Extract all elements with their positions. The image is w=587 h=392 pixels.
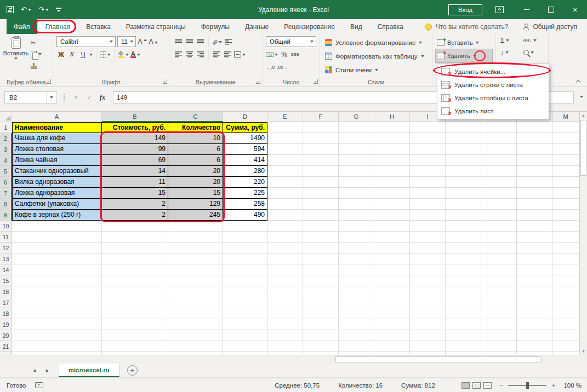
row-header-21[interactable]: 21 <box>0 341 12 352</box>
column-header-D[interactable]: D <box>223 112 267 122</box>
cell-F17[interactable] <box>303 297 339 308</box>
cell-C7[interactable]: 15 <box>168 188 223 199</box>
cell-F15[interactable] <box>303 275 339 286</box>
font-size-combo[interactable]: 11 <box>117 36 136 47</box>
cell-I4[interactable] <box>410 155 446 166</box>
cell-L1[interactable] <box>517 122 552 133</box>
cell-M9[interactable] <box>552 210 579 221</box>
minimize-button[interactable] <box>515 0 539 19</box>
cell-G6[interactable] <box>339 177 374 188</box>
thousands-separator-button[interactable]: 000 <box>290 49 300 60</box>
prev-sheet-icon[interactable]: ◄ <box>32 368 37 373</box>
cell-L10[interactable] <box>517 221 552 232</box>
cell-C21[interactable] <box>168 341 223 352</box>
cell-E16[interactable] <box>267 286 303 297</box>
cell-B4[interactable]: 69 <box>102 155 168 166</box>
cell-K19[interactable] <box>481 319 517 330</box>
zoom-slider[interactable] <box>508 385 546 386</box>
cell-F22[interactable] <box>303 352 339 355</box>
cell-D7[interactable]: 225 <box>223 188 267 199</box>
cell-H19[interactable] <box>374 319 410 330</box>
cell-A17[interactable] <box>12 297 102 308</box>
cell-H16[interactable] <box>374 286 410 297</box>
cell-H10[interactable] <box>374 221 410 232</box>
cell-C6[interactable]: 20 <box>168 177 223 188</box>
cell-F3[interactable] <box>303 144 339 155</box>
cell-K22[interactable] <box>481 352 517 355</box>
find-select-button[interactable] <box>523 49 546 56</box>
cell-J8[interactable] <box>446 199 481 210</box>
cell-E18[interactable] <box>267 308 303 319</box>
cell-C22[interactable] <box>168 352 223 355</box>
cell-A4[interactable]: Ложка чайная <box>12 155 102 166</box>
cell-B14[interactable] <box>102 264 168 275</box>
cell-J14[interactable] <box>446 264 481 275</box>
cell-H3[interactable] <box>374 144 410 155</box>
cell-D14[interactable] <box>223 264 267 275</box>
font-color-button[interactable]: А <box>130 49 140 60</box>
cell-C18[interactable] <box>168 308 223 319</box>
row-header-4[interactable]: 4 <box>0 155 12 166</box>
cell-A2[interactable]: Чашка для кофе <box>12 133 102 144</box>
cell-H12[interactable] <box>374 243 410 253</box>
collapse-ribbon-icon[interactable] <box>576 79 580 83</box>
zoom-in-button[interactable]: + <box>551 381 556 389</box>
cell-A11[interactable] <box>12 232 102 243</box>
cell-C3[interactable]: 6 <box>168 144 223 155</box>
cell-K7[interactable] <box>481 188 517 199</box>
cell-C2[interactable]: 10 <box>168 133 223 144</box>
cell-L5[interactable] <box>517 166 552 177</box>
vertical-scrollbar[interactable]: ▲ ▼ <box>579 112 587 355</box>
cell-G9[interactable] <box>339 210 374 221</box>
cell-B17[interactable] <box>102 297 168 308</box>
cell-K1[interactable] <box>481 122 517 133</box>
cell-K14[interactable] <box>481 264 517 275</box>
align-right-button[interactable] <box>196 49 205 60</box>
fill-color-button[interactable] <box>118 49 129 60</box>
cell-D15[interactable] <box>223 275 267 286</box>
column-header-A[interactable]: A <box>12 112 102 122</box>
cell-B19[interactable] <box>102 319 168 330</box>
normal-view-button[interactable] <box>461 382 470 389</box>
cell-D5[interactable]: 280 <box>223 166 267 177</box>
column-header-F[interactable]: F <box>303 112 339 122</box>
cell-J9[interactable] <box>446 210 481 221</box>
cell-E3[interactable] <box>267 144 303 155</box>
close-button[interactable]: × <box>563 0 587 19</box>
row-header-9[interactable]: 9 <box>0 210 12 221</box>
cell-K17[interactable] <box>481 297 517 308</box>
formula-bar-handle[interactable] <box>64 94 65 101</box>
cell-B18[interactable] <box>102 308 168 319</box>
cell-G18[interactable] <box>339 308 374 319</box>
dialog-launcher-icon[interactable] <box>256 79 260 84</box>
row-header-18[interactable]: 18 <box>0 308 12 319</box>
cell-A16[interactable] <box>12 286 102 297</box>
cell-G12[interactable] <box>339 243 374 253</box>
cell-styles-button[interactable]: Стили ячеек <box>322 63 430 77</box>
cell-H8[interactable] <box>374 199 410 210</box>
cell-L22[interactable] <box>517 352 552 355</box>
cell-D2[interactable]: 1490 <box>223 133 267 144</box>
cell-I9[interactable] <box>410 210 446 221</box>
cell-H17[interactable] <box>374 297 410 308</box>
row-header-1[interactable]: 1 <box>0 122 12 133</box>
cell-F19[interactable] <box>303 319 339 330</box>
font-name-combo[interactable]: Calibri <box>56 36 116 47</box>
cell-D3[interactable]: 594 <box>223 144 267 155</box>
cell-M12[interactable] <box>552 243 579 253</box>
cell-I13[interactable] <box>410 253 446 264</box>
fill-button[interactable]: ↓ <box>500 49 523 56</box>
cell-K9[interactable] <box>481 210 517 221</box>
cell-I18[interactable] <box>410 308 446 319</box>
autosum-button[interactable]: Σ <box>500 37 523 44</box>
new-sheet-button[interactable]: + <box>127 365 138 376</box>
cell-E4[interactable] <box>267 155 303 166</box>
cell-A10[interactable] <box>12 221 102 232</box>
cell-D20[interactable] <box>223 330 267 341</box>
cell-D9[interactable]: 490 <box>223 210 267 221</box>
cell-H7[interactable] <box>374 188 410 199</box>
tab-Данные[interactable]: Данные <box>237 19 276 34</box>
cell-D10[interactable] <box>223 221 267 232</box>
cell-B1[interactable]: Стоимость, руб. <box>102 122 168 133</box>
cell-C13[interactable] <box>168 253 223 264</box>
